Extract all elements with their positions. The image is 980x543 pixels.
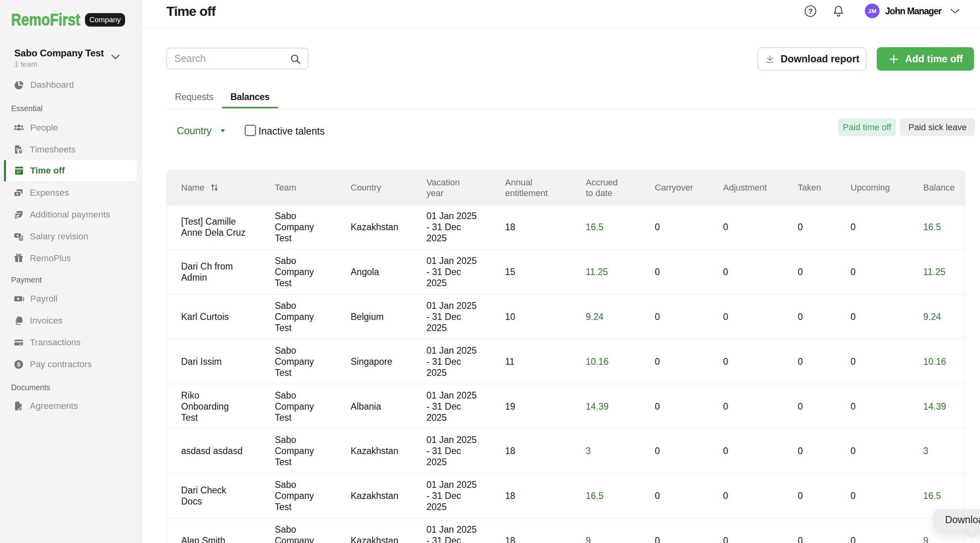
svg-text:?: ? <box>808 8 813 15</box>
svg-text:RemoFirst: RemoFirst <box>11 11 80 29</box>
svg-text:$: $ <box>17 361 21 368</box>
